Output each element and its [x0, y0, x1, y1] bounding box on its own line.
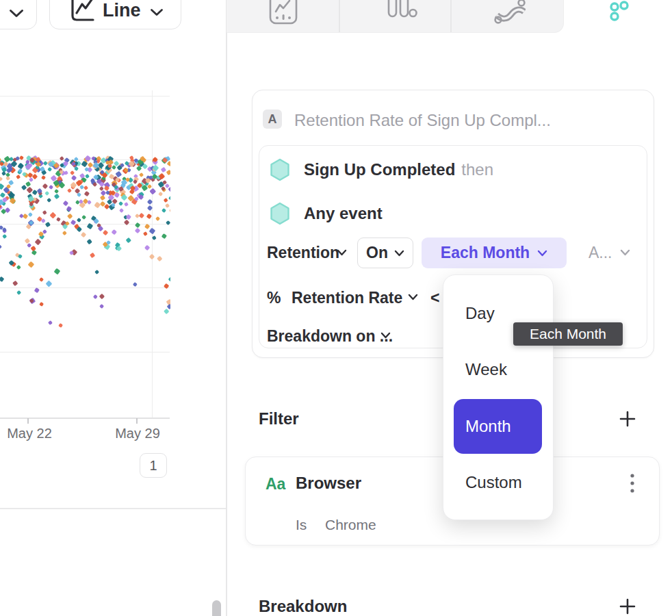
chevron-down-icon: [9, 9, 24, 20]
chevron-down-icon: [380, 332, 391, 339]
chart-frame-icon: [268, 0, 298, 26]
tab-flow[interactable]: [451, 0, 564, 33]
filter-value[interactable]: Chrome: [325, 517, 376, 533]
scatter-point: [168, 195, 170, 200]
scatter-point: [16, 265, 21, 269]
event-row-1[interactable]: Sign Up Completedthen: [304, 160, 493, 179]
scatter-point: [44, 191, 49, 196]
scatter-point: [118, 201, 122, 205]
chart-type-line-button[interactable]: Line: [49, 0, 181, 29]
query-title[interactable]: Retention Rate of Sign Up Compl...: [294, 111, 551, 130]
scatter-point: [165, 203, 170, 208]
filter-section-title: Filter: [259, 409, 299, 428]
scatter-point: [116, 170, 122, 177]
scatter-point: [31, 246, 36, 251]
scatter-point: [0, 277, 5, 283]
x-tick-label: May 22: [0, 426, 67, 441]
retention-dropdown[interactable]: Retention: [267, 238, 339, 268]
scatter-point: [18, 254, 23, 259]
scatter-point: [143, 231, 148, 236]
add-filter-button[interactable]: [619, 411, 636, 427]
axis-tick: [136, 418, 138, 424]
scatter-point: [167, 304, 170, 309]
scatter-point: [41, 218, 45, 222]
filter-property-dropdown[interactable]: Browser: [296, 474, 361, 493]
menu-item-month-selected[interactable]: Month: [454, 399, 542, 454]
scatter-point: [77, 227, 82, 232]
event-row-2[interactable]: Any event: [304, 204, 383, 223]
scatter-point: [144, 245, 151, 251]
scatter-point: [77, 192, 81, 197]
scatter-point: [161, 167, 166, 172]
scatter-point: [39, 302, 44, 307]
measure-dropdown[interactable]: Retention Rate: [292, 288, 402, 307]
scatter-point: [58, 323, 63, 328]
scatter-point: [0, 177, 3, 181]
kebab-menu-icon[interactable]: [630, 473, 635, 495]
scatter-icon: [609, 0, 631, 22]
scatter-point: [81, 214, 87, 220]
chevron-down-icon: [150, 8, 164, 23]
scatter-point: [48, 320, 53, 325]
scatter-point: [99, 293, 105, 298]
interval-label: Each Month: [441, 244, 530, 262]
scatter-point: [19, 155, 24, 160]
flow-icon: [494, 0, 526, 25]
scatter-point: [34, 287, 39, 293]
pagination-page-1-button[interactable]: 1: [140, 453, 167, 478]
scatter-point: [139, 172, 144, 177]
horizontal-divider: [0, 508, 226, 509]
event-hexagon-icon: [270, 158, 290, 181]
menu-item-day[interactable]: Day: [465, 304, 495, 323]
scatter-point: [135, 222, 141, 229]
scatter-point: [29, 177, 34, 182]
scatter-point: [124, 202, 129, 207]
menu-item-custom[interactable]: Custom: [465, 473, 522, 492]
scatter-point: [103, 230, 109, 236]
overflow-text: <: [430, 288, 439, 307]
scatter-point: [0, 244, 2, 249]
scatter-point: [84, 191, 90, 196]
scatter-point: [54, 193, 60, 198]
collapsed-dropdown-button[interactable]: [0, 0, 37, 29]
scatter-point: [56, 217, 61, 222]
x-tick-label: May 29: [100, 426, 175, 441]
filter-operator[interactable]: Is: [296, 517, 307, 533]
interval-dropdown-chip[interactable]: Each Month: [422, 238, 567, 268]
tab-scatter-active[interactable]: [564, 0, 672, 33]
scatter-point: [39, 277, 44, 282]
scatter-point: [119, 208, 124, 213]
scatter-point: [2, 234, 8, 240]
scatter-point: [71, 175, 77, 181]
scatter-point: [77, 218, 81, 222]
percent-symbol: %: [267, 288, 281, 307]
scatter-point: [135, 228, 140, 233]
scatter-point: [49, 185, 53, 190]
scatter-point: [83, 185, 88, 190]
scrollbar-thumb[interactable]: [212, 600, 221, 616]
scatter-point: [5, 176, 10, 181]
tab-metrics[interactable]: [227, 0, 339, 33]
tab-bars[interactable]: [339, 0, 451, 33]
scatter-point: [124, 219, 130, 225]
on-dropdown-button[interactable]: On: [357, 238, 413, 268]
scatter-point: [90, 252, 96, 258]
axis-tick: [27, 418, 29, 424]
query-badge: A: [263, 110, 282, 129]
scatter-point: [47, 167, 53, 172]
bar-chart-icon: [385, 0, 417, 23]
scatter-point: [164, 198, 168, 202]
panel-divider: [226, 0, 227, 616]
scatter-point: [166, 220, 170, 226]
menu-item-week[interactable]: Week: [465, 360, 507, 379]
scatter-point: [12, 281, 18, 287]
breakdown-on-dropdown[interactable]: Breakdown on ...: [267, 326, 393, 346]
scatter-point: [87, 238, 92, 244]
chevron-down-icon: [620, 249, 630, 256]
add-breakdown-button[interactable]: [619, 598, 636, 615]
scatter-point: [66, 214, 73, 220]
truncated-dropdown[interactable]: A...: [589, 238, 612, 268]
scatter-plot: [0, 88, 170, 419]
scatter-point: [94, 270, 99, 274]
event-hexagon-icon: [270, 202, 290, 225]
